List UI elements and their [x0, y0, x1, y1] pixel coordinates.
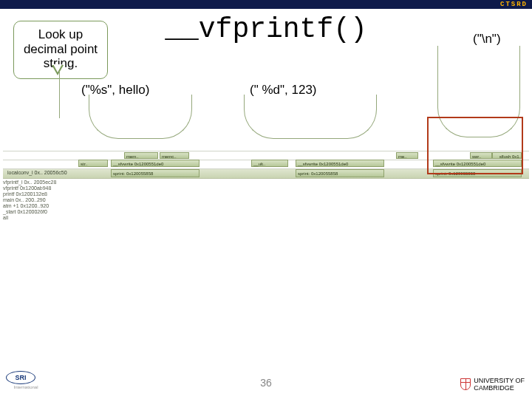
- stack-line: all: [3, 214, 56, 220]
- flame-block: __ult..: [251, 160, 288, 167]
- sri-logo-sub: International: [6, 385, 46, 389]
- flame-block: __sfvwrite 0x1200551de0: [296, 160, 384, 167]
- cambridge-text: UNIVERSITY OF CAMBRIDGE: [474, 377, 525, 392]
- flame-block: sprint: 0x120055858: [296, 169, 384, 177]
- flame-block: sprint: 0x120055858: [111, 169, 200, 177]
- flame-block: str..: [78, 160, 108, 167]
- stack-line: vfprintf 0x1200ab948: [3, 185, 56, 191]
- stack-line: _start 0x1200026f0: [3, 208, 56, 214]
- stack-line: main 0x.. 200..290: [3, 197, 56, 202]
- base-row-label: localconv_l 0x.. 20056c50: [7, 169, 67, 176]
- callout-tail-icon: [52, 65, 64, 75]
- sri-logo: SRI International: [6, 371, 46, 393]
- flame-block: mem..: [124, 152, 158, 159]
- stack-line: printf 0x1200132e8: [3, 191, 56, 197]
- stack-line: atm +1 0x1200..920: [3, 202, 56, 208]
- cambridge-logo: UNIVERSITY OF CAMBRIDGE: [460, 377, 525, 392]
- arg-label-3: ("\n"): [473, 32, 501, 47]
- stack-line: vfprintf_l 0x.. 2005ec28: [3, 179, 56, 185]
- highlight-box: [427, 117, 523, 174]
- slide-header-bar: CTSRD: [0, 0, 532, 9]
- flame-block: __sfvwrite 0x1200551de0: [111, 160, 200, 167]
- shield-icon: [460, 378, 471, 390]
- call-stack-labels: vfprintf_l 0x.. 2005ec28 vfprintf 0x1200…: [3, 179, 56, 220]
- page-number: 36: [0, 377, 532, 389]
- flame-block: memc..: [160, 152, 189, 159]
- ctsrd-logo: CTSRD: [500, 0, 528, 9]
- connector-callout: [59, 71, 60, 118]
- flame-block: me..: [396, 152, 418, 159]
- sri-logo-text: SRI: [6, 371, 35, 384]
